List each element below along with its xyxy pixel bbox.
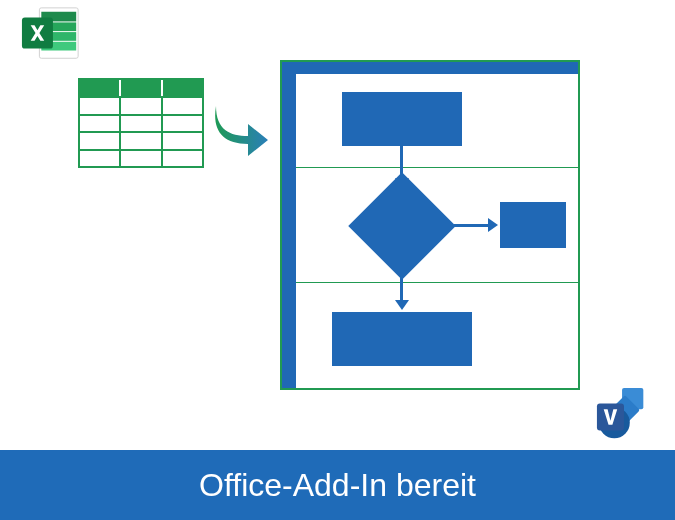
footer-bar: Office-Add-In bereit — [0, 450, 675, 520]
flowchart-decision-shape — [348, 172, 455, 279]
excel-icon — [20, 4, 82, 62]
visio-flowchart-graphic — [280, 60, 580, 390]
spreadsheet-table-graphic — [78, 78, 204, 168]
footer-text: Office-Add-In bereit — [199, 467, 476, 504]
visio-icon — [595, 386, 653, 442]
flowchart-process-shape — [332, 312, 472, 366]
svg-rect-9 — [597, 403, 624, 430]
flowchart-process-shape — [342, 92, 462, 146]
flowchart-process-shape — [500, 202, 566, 248]
template-thumbnail: Office-Add-In bereit — [0, 0, 675, 520]
arrow-icon — [212, 100, 272, 160]
